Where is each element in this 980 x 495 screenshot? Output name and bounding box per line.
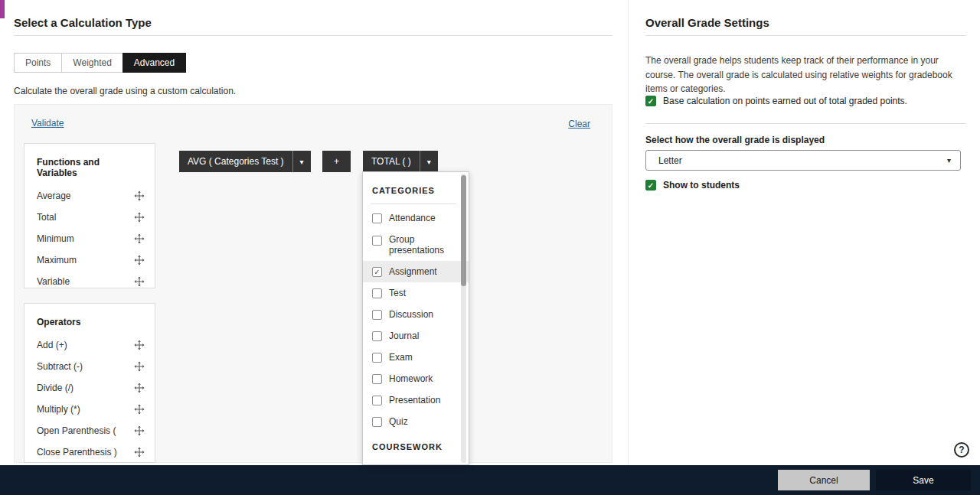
function-label: Variable bbox=[37, 276, 70, 287]
coursework-option-partial[interactable] bbox=[371, 460, 456, 465]
dropdown-content: CATEGORIES Attendance Group presentation… bbox=[363, 172, 469, 465]
gradebook-calculation-page: Select a Calculation Type Overall Grade … bbox=[0, 0, 980, 495]
total-categories-dropdown: CATEGORIES Attendance Group presentation… bbox=[362, 171, 469, 465]
checkbox[interactable] bbox=[372, 236, 382, 246]
categories-section-header: CATEGORIES bbox=[371, 180, 456, 204]
move-icon[interactable] bbox=[134, 425, 145, 436]
option-label: Exam bbox=[389, 352, 413, 363]
chevron-down-icon[interactable]: ▾ bbox=[292, 151, 311, 172]
operators-panel: Operators Add (+) Subtract (-) Divide (/… bbox=[24, 303, 155, 463]
accent-bar bbox=[0, 0, 5, 18]
function-label: Average bbox=[37, 191, 70, 201]
move-icon[interactable] bbox=[134, 276, 145, 287]
move-icon[interactable] bbox=[134, 340, 145, 350]
avg-chip-label: AVG ( Categories Test ) bbox=[179, 156, 292, 167]
checkbox-checked[interactable]: ✓ bbox=[372, 267, 382, 277]
operator-item-add[interactable]: Add (+) bbox=[24, 334, 155, 356]
option-label: Presentation bbox=[389, 395, 440, 405]
chevron-down-icon: ▾ bbox=[947, 156, 951, 164]
checkbox[interactable] bbox=[372, 288, 382, 298]
category-option-homework[interactable]: Homework bbox=[371, 368, 456, 389]
function-item-average[interactable]: Average bbox=[24, 185, 155, 207]
show-to-students-label: Show to students bbox=[663, 180, 740, 191]
category-option-group-presentations[interactable]: Group presentations bbox=[371, 229, 456, 261]
total-chip[interactable]: TOTAL ( ) ▾ bbox=[363, 151, 438, 172]
operator-item-multiply[interactable]: Multiply (*) bbox=[24, 399, 155, 420]
option-label: Test bbox=[389, 288, 406, 298]
function-item-total[interactable]: Total bbox=[24, 207, 155, 228]
operator-label: Multiply (*) bbox=[37, 404, 80, 415]
checkbox-checked[interactable]: ✓ bbox=[645, 180, 656, 191]
checkbox[interactable] bbox=[372, 353, 382, 363]
plus-operator-chip[interactable]: + bbox=[322, 151, 351, 172]
checkbox-checked[interactable]: ✓ bbox=[645, 96, 656, 106]
operator-label: Divide (/) bbox=[37, 383, 74, 393]
operator-label: Open Parenthesis ( bbox=[37, 425, 116, 436]
coursework-section-header: COURSEWORK bbox=[371, 436, 456, 460]
move-icon[interactable] bbox=[134, 361, 145, 372]
cancel-button[interactable]: Cancel bbox=[778, 470, 870, 490]
checkbox[interactable] bbox=[372, 417, 382, 427]
save-button[interactable]: Save bbox=[876, 470, 971, 490]
category-option-presentation[interactable]: Presentation bbox=[371, 389, 456, 411]
move-icon[interactable] bbox=[134, 191, 145, 201]
option-label: Journal bbox=[389, 331, 419, 341]
show-to-students-checkbox-row[interactable]: ✓ Show to students bbox=[645, 180, 740, 191]
validate-link[interactable]: Validate bbox=[31, 118, 64, 129]
footer-action-bar: Cancel Save bbox=[0, 465, 980, 495]
panel-divider bbox=[628, 0, 629, 465]
category-option-discussion[interactable]: Discussion bbox=[371, 304, 456, 325]
page-title: Select a Calculation Type bbox=[14, 16, 152, 29]
operator-label: Subtract (-) bbox=[37, 361, 83, 372]
overall-grade-description: The overall grade helps students keep tr… bbox=[645, 54, 970, 96]
function-item-variable[interactable]: Variable bbox=[24, 271, 155, 288]
operator-item-open-paren[interactable]: Open Parenthesis ( bbox=[24, 420, 155, 441]
tab-advanced[interactable]: Advanced bbox=[122, 53, 186, 73]
function-label: Total bbox=[37, 212, 56, 223]
calculation-type-tabs: Points Weighted Advanced bbox=[14, 53, 186, 73]
move-icon[interactable] bbox=[134, 383, 145, 393]
category-option-attendance[interactable]: Attendance bbox=[371, 207, 456, 229]
category-option-assignment[interactable]: ✓ Assignment bbox=[363, 261, 469, 282]
grade-display-select[interactable]: Letter ▾ bbox=[645, 150, 961, 171]
category-option-exam[interactable]: Exam bbox=[371, 347, 456, 368]
clear-link[interactable]: Clear bbox=[568, 119, 590, 129]
avg-categories-chip[interactable]: AVG ( Categories Test ) ▾ bbox=[179, 151, 311, 172]
function-label: Maximum bbox=[37, 255, 77, 265]
select-value: Letter bbox=[658, 155, 682, 166]
category-option-quiz[interactable]: Quiz bbox=[371, 411, 456, 432]
checkbox[interactable] bbox=[372, 374, 382, 384]
operator-item-divide[interactable]: Divide (/) bbox=[24, 377, 155, 399]
move-icon[interactable] bbox=[134, 447, 145, 458]
scrollbar-thumb[interactable] bbox=[461, 175, 466, 286]
checkbox[interactable] bbox=[372, 213, 382, 223]
total-chip-label: TOTAL ( ) bbox=[363, 156, 420, 167]
checkbox[interactable] bbox=[372, 310, 382, 320]
calculation-description: Calculate the overall grade using a cust… bbox=[14, 86, 236, 96]
display-mode-label: Select how the overall grade is displaye… bbox=[645, 135, 825, 145]
option-label: Quiz bbox=[389, 416, 408, 427]
operator-label: Close Parenthesis ) bbox=[37, 447, 117, 458]
option-label: Discussion bbox=[389, 309, 433, 320]
function-item-maximum[interactable]: Maximum bbox=[24, 249, 155, 271]
move-icon[interactable] bbox=[134, 404, 145, 415]
checkbox[interactable] bbox=[372, 331, 382, 341]
chevron-down-icon[interactable]: ▾ bbox=[420, 151, 438, 172]
base-calculation-checkbox-row[interactable]: ✓ Base calculation on points earned out … bbox=[645, 96, 959, 107]
function-item-minimum[interactable]: Minimum bbox=[24, 228, 155, 249]
functions-panel-title: Functions and Variables bbox=[24, 144, 155, 185]
help-icon[interactable]: ? bbox=[954, 442, 969, 458]
checkbox[interactable] bbox=[372, 396, 382, 405]
category-option-test[interactable]: Test bbox=[371, 282, 456, 304]
operators-panel-title: Operators bbox=[24, 304, 155, 334]
move-icon[interactable] bbox=[134, 255, 145, 265]
tab-points[interactable]: Points bbox=[14, 53, 62, 73]
operator-item-close-paren[interactable]: Close Parenthesis ) bbox=[24, 441, 155, 463]
option-label: Assignment bbox=[389, 266, 437, 277]
move-icon[interactable] bbox=[134, 233, 145, 244]
category-option-journal[interactable]: Journal bbox=[371, 325, 456, 347]
tab-weighted[interactable]: Weighted bbox=[61, 53, 122, 73]
option-label: Group presentations bbox=[389, 234, 455, 256]
move-icon[interactable] bbox=[134, 212, 145, 223]
operator-item-subtract[interactable]: Subtract (-) bbox=[24, 356, 155, 377]
